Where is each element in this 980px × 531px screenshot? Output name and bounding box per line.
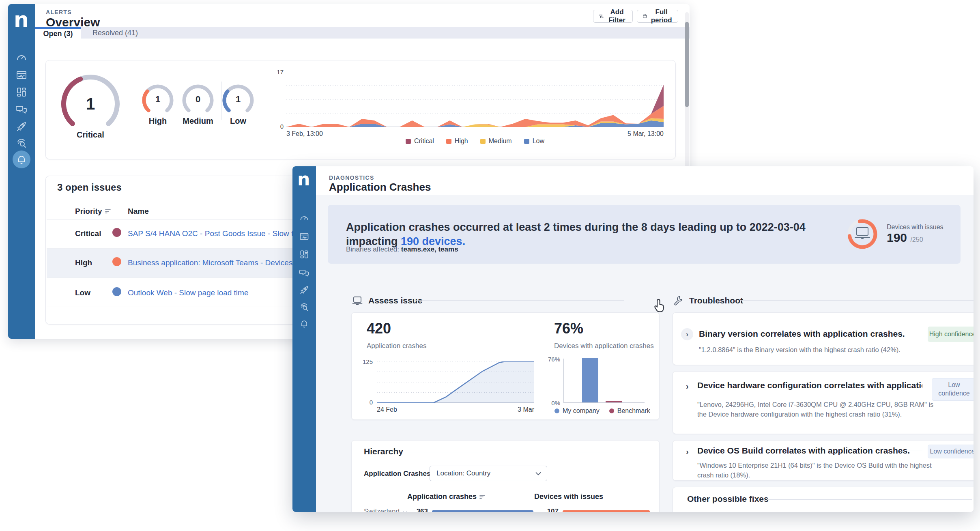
legend-medium: Medium <box>480 138 512 145</box>
legend-low: Low <box>524 138 544 145</box>
issue-banner: Application crashes occurred at least 2 … <box>328 205 961 264</box>
devices-bar <box>563 510 650 512</box>
bar-y-max-tick: 76% <box>542 356 560 363</box>
grid-dashboard-icon[interactable] <box>297 247 312 262</box>
troubleshoot-card-binary-version[interactable]: › Binary version correlates with applica… <box>673 312 974 365</box>
banner-message: Application crashes occurred at least 2 … <box>346 220 825 249</box>
fingerprint-search-icon[interactable] <box>297 300 312 314</box>
troubleshoot-title: Troubleshoot <box>689 296 743 305</box>
legend-medium-label: Medium <box>489 138 512 145</box>
legend-critical: Critical <box>406 138 434 145</box>
devices-ring-text: Devices with issues 190 /250 <box>887 224 943 245</box>
nexthink-logo: n <box>14 7 29 32</box>
legend-low-label: Low <box>533 138 544 145</box>
dashboard-gauge-icon[interactable] <box>297 211 312 226</box>
crashes-value: 363 <box>408 507 428 512</box>
rocket-icon[interactable] <box>14 119 29 134</box>
wrench-icon <box>673 295 683 305</box>
priority-dot-high <box>112 257 121 266</box>
troubleshoot-card-hardware[interactable]: › Device hardware configuration correlat… <box>673 371 974 434</box>
expand-chevron-icon[interactable]: › <box>686 447 689 456</box>
card-description: "1.2.0.8864" is the Binary version with … <box>699 345 942 355</box>
card-description: "Windows 10 Enterprise 21H1 (64 bits)" i… <box>697 461 949 480</box>
card-description: "Lenovo, 24296HG, Intel Core i7-3630QM C… <box>697 400 941 419</box>
devices-bar-legend: My company Benchmark <box>554 407 650 415</box>
x-axis-start-label: 3 Feb, 13:00 <box>286 130 323 138</box>
legend-high: High <box>446 138 468 145</box>
crashes-bar-track <box>432 510 533 512</box>
chat-bubbles-icon[interactable] <box>14 102 29 117</box>
gauge-medium-value: 0 <box>178 94 217 105</box>
binaries-label: Binaries affected: <box>346 245 401 253</box>
legend-benchmark: Benchmark <box>609 407 650 415</box>
section-rule <box>414 300 624 301</box>
assess-issue-header: Assess issue <box>352 295 422 306</box>
legend-high-swatch <box>446 139 451 144</box>
laptop-icon <box>352 295 363 306</box>
title-rule <box>408 452 650 452</box>
bell-icon[interactable] <box>297 316 312 331</box>
assess-issue-title: Assess issue <box>368 296 422 305</box>
alerts-summary-card: 1 Critical 1 High 0 Medium 1 Low 17 0 <box>45 60 676 159</box>
hierarchy-row-switzerland[interactable]: Switzerland 363 107 <box>364 507 650 512</box>
hierarchy-col-devices[interactable]: Devices with issues <box>534 492 603 501</box>
card-title: Device hardware configuration correlates… <box>697 381 922 390</box>
grid-dashboard-icon[interactable] <box>14 85 29 99</box>
legend-my-company: My company <box>554 407 600 415</box>
hierarchy-card: Hierarchy Application Crashes by Locatio… <box>351 440 660 512</box>
leader-line <box>884 334 928 334</box>
other-fixes-card: Other possible fixes ❯ Repair Office app… <box>673 487 974 512</box>
hierarchy-col-devices-label: Devices with issues <box>534 492 603 501</box>
leader-line <box>890 451 922 451</box>
full-period-button[interactable]: Full period <box>637 10 678 23</box>
gauge-critical-label: Critical <box>58 130 123 140</box>
gauge-low: 1 <box>219 81 258 120</box>
fingerprint-search-icon[interactable] <box>14 136 29 150</box>
crashes-bar <box>432 510 533 512</box>
devices-bar-track <box>563 510 650 512</box>
crashes-count-label: Application crashes <box>367 342 426 350</box>
scrollbar-thumb[interactable] <box>685 22 689 107</box>
line-y-max-tick: 125 <box>354 358 373 365</box>
tab-resolved-label: Resolved (41) <box>92 29 138 37</box>
bell-icon[interactable] <box>14 152 29 167</box>
nexthink-logo: n <box>297 169 310 189</box>
expand-chevron-icon[interactable]: › <box>686 382 689 391</box>
dashboard-gauge-icon[interactable] <box>14 50 29 65</box>
desktop-stage: n ALERTS Overview <box>0 0 980 531</box>
diagnostics-window: n DIAGNOSTICS Application <box>292 166 974 512</box>
chat-bubbles-icon[interactable] <box>297 266 312 280</box>
calendar-icon <box>643 13 647 20</box>
troubleshoot-card-os-build[interactable]: › Device OS Build correlates with applic… <box>673 440 974 481</box>
crashes-line-chart[interactable] <box>377 361 534 404</box>
legend-medium-swatch <box>480 139 486 144</box>
line-x-end-label: 3 Mar <box>498 406 534 413</box>
tab-open[interactable]: Open (3) <box>35 27 81 39</box>
issue-link[interactable]: Outlook Web - Slow page load time <box>128 288 248 297</box>
confidence-badge: Low confidence <box>932 378 974 401</box>
country-name: Switzerland <box>364 507 403 512</box>
confidence-badge: Low confidence <box>928 445 974 458</box>
alerts-trend-chart[interactable] <box>286 72 664 127</box>
col-priority[interactable]: Priority <box>75 207 111 216</box>
gauge-high: 1 <box>138 81 177 120</box>
mouse-cursor <box>652 298 666 315</box>
legend-my-company-label: My company <box>563 407 600 415</box>
hierarchy-dropdown[interactable]: Location: Country <box>430 466 547 481</box>
sort-icon <box>479 494 486 500</box>
col-priority-label: Priority <box>75 207 102 216</box>
col-name-label: Name <box>128 207 149 216</box>
tab-resolved[interactable]: Resolved (41) <box>81 27 150 39</box>
monitor-pulse-icon[interactable] <box>14 68 29 82</box>
add-filter-button[interactable]: Add Filter <box>593 10 633 23</box>
tab-open-label: Open (3) <box>43 30 73 38</box>
hierarchy-col-crashes[interactable]: Application crashes <box>407 492 486 501</box>
devices-bar-chart[interactable] <box>563 359 645 403</box>
legend-benchmark-dot <box>609 408 614 413</box>
bar-my-company <box>582 358 598 402</box>
rocket-icon[interactable] <box>297 283 312 297</box>
col-name[interactable]: Name <box>128 207 149 216</box>
devices-value: 107 <box>539 507 559 512</box>
expand-icon[interactable]: › <box>681 328 693 340</box>
monitor-pulse-icon[interactable] <box>297 229 312 244</box>
